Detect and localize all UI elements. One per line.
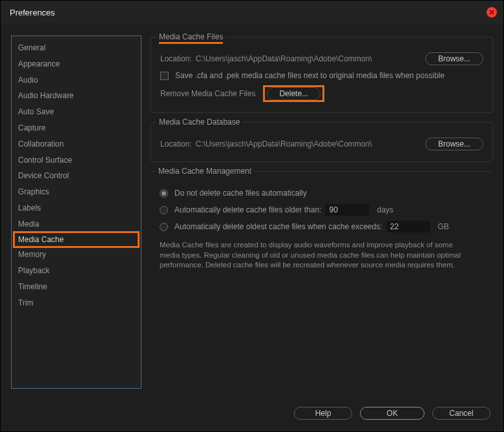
sidebar-item-capture[interactable]: Capture — [12, 120, 141, 136]
footer: Help OK Cancel — [294, 407, 490, 420]
save-cfa-checkbox[interactable] — [160, 72, 169, 80]
group-media-cache-db: Media Cache Database Location: C:\Users\… — [151, 122, 493, 162]
close-button[interactable] — [487, 7, 497, 17]
sidebar-item-general[interactable]: General — [12, 40, 141, 56]
group-title-db: Media Cache Database — [156, 118, 242, 127]
sidebar-item-playback[interactable]: Playback — [12, 263, 141, 279]
sidebar-item-appearance[interactable]: Appearance — [12, 56, 141, 72]
radio-no-delete[interactable] — [160, 189, 168, 198]
close-icon — [489, 10, 494, 15]
sidebar: GeneralAppearanceAudioAudio HardwareAuto… — [11, 36, 142, 389]
titlebar: Preferences — [1, 1, 503, 24]
window-title: Preferences — [10, 8, 55, 17]
radio-no-delete-label: Do not delete cache files automatically — [174, 189, 307, 198]
radio-older-than[interactable] — [160, 206, 168, 214]
sidebar-item-audio-hardware[interactable]: Audio Hardware — [12, 88, 141, 104]
db-location-label: Location: — [160, 139, 192, 149]
radio-exceeds-label: Automatically delete oldest cache files … — [174, 222, 383, 231]
help-button[interactable]: Help — [294, 407, 352, 420]
sidebar-item-device-control[interactable]: Device Control — [12, 168, 141, 184]
sidebar-item-collaboration[interactable]: Collaboration — [12, 136, 141, 152]
content-panel: Media Cache Files Location: C:\Users\jas… — [151, 36, 493, 389]
remove-files-label: Remove Media Cache Files — [160, 89, 255, 98]
files-location-path: C:\Users\jasch\AppData\Roaming\Adobe\Com… — [196, 54, 421, 63]
radio-exceeds[interactable] — [160, 223, 168, 231]
exceeds-unit: GB — [438, 222, 449, 231]
cancel-button[interactable]: Cancel — [432, 407, 490, 420]
files-location-label: Location: — [160, 54, 192, 63]
radio-older-label: Automatically delete cache files older t… — [174, 205, 321, 214]
db-location-path: C:\Users\jasch\AppData\Roaming\Adobe\Com… — [196, 139, 421, 149]
delete-button[interactable]: Delete... — [267, 87, 320, 100]
group-media-cache-files: Media Cache Files Location: C:\Users\jas… — [151, 37, 493, 113]
sidebar-item-audio[interactable]: Audio — [12, 72, 141, 88]
sidebar-item-memory[interactable]: Memory — [12, 247, 141, 263]
sidebar-item-labels[interactable]: Labels — [12, 200, 141, 216]
group-media-cache-mgmt: Media Cache Management Do not delete cac… — [151, 171, 493, 271]
older-unit: days — [377, 205, 393, 214]
sidebar-item-media-cache[interactable]: Media Cache — [12, 231, 141, 249]
files-browse-button[interactable]: Browse... — [425, 52, 483, 65]
sidebar-item-trim[interactable]: Trim — [12, 295, 141, 311]
sidebar-highlight: Media Cache — [13, 231, 140, 249]
save-cfa-label: Save .cfa and .pek media cache files nex… — [175, 71, 445, 80]
sidebar-item-control-surface[interactable]: Control Surface — [12, 152, 141, 169]
sidebar-item-timeline[interactable]: Timeline — [12, 279, 141, 295]
group-title-mgmt: Media Cache Management — [156, 167, 254, 176]
older-than-input[interactable] — [325, 204, 369, 216]
exceeds-input[interactable] — [386, 221, 430, 232]
main: GeneralAppearanceAudioAudio HardwareAuto… — [1, 24, 503, 389]
sidebar-item-auto-save[interactable]: Auto Save — [12, 104, 141, 120]
mgmt-description: Media Cache files are created to display… — [160, 240, 470, 271]
sidebar-item-graphics[interactable]: Graphics — [12, 184, 141, 200]
sidebar-item-media[interactable]: Media — [12, 216, 141, 232]
delete-highlight: Delete... — [263, 85, 324, 102]
db-browse-button[interactable]: Browse... — [425, 138, 483, 150]
group-title-files: Media Cache Files — [156, 32, 226, 41]
ok-button[interactable]: OK — [360, 407, 425, 420]
